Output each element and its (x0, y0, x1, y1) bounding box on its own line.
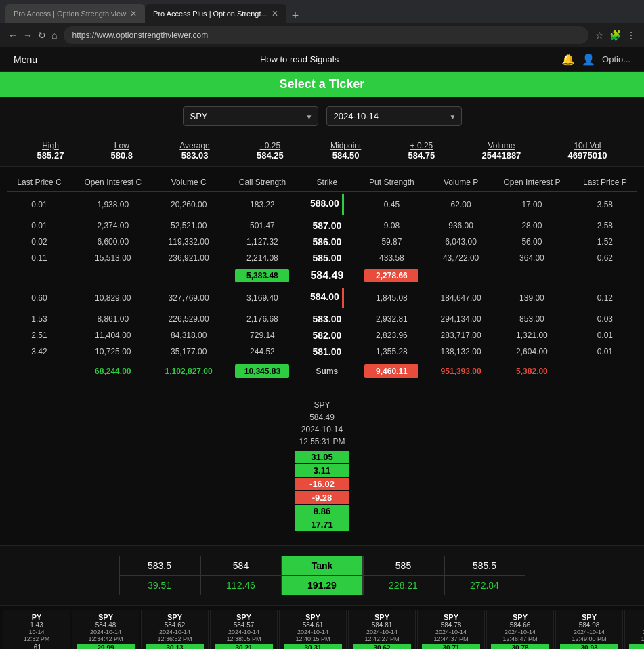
menu-button[interactable]: Menu (14, 54, 37, 65)
tank-header-cell: 584 (200, 556, 282, 576)
card-price: 584.78 (422, 621, 480, 629)
vp-cell: 43,722.00 (431, 250, 491, 266)
oic-cell: 8,861.00 (72, 311, 154, 327)
stat-high-value: 585.27 (37, 150, 64, 161)
ticker-card[interactable]: SPY 584.98 2024-10-14 12:49:00 PM 30.933… (555, 610, 623, 649)
person-icon[interactable]: 👤 (582, 53, 595, 66)
tank-header-cell: 585 (363, 556, 444, 576)
strike-value: 582.00 (312, 330, 341, 341)
ps-cell: 1,355.28 (353, 343, 431, 360)
how-to-button[interactable]: How to read Signals (260, 54, 339, 64)
card-time: 12:44:37 PM (422, 635, 480, 642)
lpp-cell: 0.62 (573, 250, 637, 266)
ticker-card[interactable]: PY 1.43 10-14 12:32 PM .61986.66.11 (3, 610, 70, 649)
tab-1[interactable]: Pro Access | Option Strength view ✕ (5, 4, 145, 23)
new-tab-button[interactable]: + (292, 9, 299, 23)
red-bar-indicator (342, 288, 344, 308)
sums-oic: 68,244.00 (72, 360, 154, 381)
tab-1-close[interactable]: ✕ (130, 9, 137, 18)
controls-row: SPY 2024-10-14 (0, 97, 644, 135)
ticker-card[interactable]: SPY 584.81 2024-10-14 12:42:27 PM 30.623… (348, 610, 416, 649)
tank-header-row: 583.5584Tank585585.5 (119, 556, 525, 576)
cs-highlight: 5,383.48 (235, 269, 289, 282)
card-price: 584.57 (215, 621, 273, 629)
tank-value-cell: 228.21 (363, 576, 444, 595)
ticker-cards-section: PY 1.43 10-14 12:32 PM .61986.66.11 SPY … (0, 605, 644, 649)
vp-cell: 184,647.00 (431, 285, 491, 311)
signal-ticker: SPY (295, 399, 349, 411)
bell-icon[interactable]: 🔔 (561, 53, 575, 66)
ticker-card[interactable]: SPY 584.57 2024-10-14 12:38:05 PM 30.213… (210, 610, 278, 649)
ticker-card[interactable]: SPY 584.48 2024-10-14 12:34:42 PM 29.993… (72, 610, 139, 649)
sums-label (7, 360, 72, 381)
cs-cell: 2,214.08 (223, 250, 301, 266)
address-field[interactable]: https://www.optionstrengthviewer.com (64, 26, 588, 44)
sums-cs: 10,345.83 (223, 360, 301, 381)
strike-value: 586.00 (312, 236, 341, 247)
card-val: 28.26 (629, 644, 644, 649)
vc-cell: 226,529.00 (154, 311, 223, 327)
tab-2[interactable]: Pro Access Plus | Option Strengt... ✕ (145, 4, 286, 23)
th-last-price-c: Last Price C (7, 173, 72, 192)
ps-cell: 9.08 (353, 217, 431, 234)
card-vals: 30.713.61-15.91-9.189.24 (422, 644, 480, 649)
ticker-select[interactable]: SPY (183, 106, 318, 126)
card-val: 30.93 (560, 644, 618, 649)
card-ticker-label: SPY (422, 613, 480, 621)
lpp-cell: 1.52 (573, 234, 637, 250)
stat-volume: Volume 25441887 (482, 141, 521, 161)
stat-volume-value: 25441887 (482, 150, 521, 161)
back-icon[interactable]: ← (8, 30, 18, 41)
oip-cell (491, 266, 573, 285)
vp-cell (431, 266, 491, 285)
ticker-card[interactable]: SPY 584.61 2024-10-14 12:40:15 PM 30.313… (279, 610, 347, 649)
vc-cell: 52,521.00 (154, 217, 223, 234)
vc-cell (154, 266, 223, 285)
card-price: 584.81 (353, 621, 411, 629)
options-table: Last Price C Open Interest C Volume C Ca… (7, 173, 637, 381)
card-date: 2024-10-14 (146, 629, 204, 635)
ticker-card[interactable]: SPY 584.78 2024-10-14 12:44:37 PM 30.713… (417, 610, 485, 649)
tab-1-label: Pro Access | Option Strength view (14, 9, 126, 18)
oip-cell: 56.00 (491, 234, 573, 250)
ticker-card[interactable]: SPY 584.66 2024-10-14 12:46:47 PM 30.783… (486, 610, 554, 649)
signal-section: SPY 584.49 2024-10-14 12:55:31 PM 31.053… (0, 388, 644, 545)
url-text: https://www.optionstrengthviewer.com (72, 30, 208, 40)
card-ticker-label: SPY (77, 613, 135, 621)
card-vals: 30.933.38-16-9.249.08 (560, 644, 618, 649)
select-ticker-bar[interactable]: Select a Ticker (0, 72, 644, 97)
lpp-cell (573, 266, 637, 285)
oic-cell: 15,513.00 (72, 250, 154, 266)
ticker-card[interactable]: SPY 584.62 2024-10-14 12:36:52 PM 30.133… (141, 610, 209, 649)
star-icon[interactable]: ☆ (595, 30, 604, 41)
oip-cell: 853.00 (491, 311, 573, 327)
vc-cell: 119,332.00 (154, 234, 223, 250)
table-row: 0.01 2,374.00 52,521.00 501.47 587.00 9.… (7, 217, 637, 234)
card-vals: .61986.66.11 (7, 644, 66, 649)
card-date: 2024-10-14 (491, 629, 549, 635)
forward-icon[interactable]: → (23, 30, 33, 41)
th-strike: Strike (301, 173, 353, 192)
extensions-icon[interactable]: 🧩 (609, 30, 621, 41)
date-select[interactable]: 2024-10-14 (326, 106, 462, 126)
oic-cell: 6,600.00 (72, 234, 154, 250)
stat-average-label: Average (179, 141, 209, 150)
tank-header-cell: 583.5 (119, 556, 200, 576)
ticker-card[interactable]: SPY 585.03 2024-10-14 12:50:04 PM 28.261… (624, 610, 644, 649)
cs-cell: 729.14 (223, 327, 301, 343)
stat-high-label: High (37, 141, 64, 150)
card-time: 12:40:15 PM (284, 635, 342, 642)
stat-low: Low 580.8 (111, 141, 133, 161)
menu-dots-icon[interactable]: ⋮ (626, 30, 636, 41)
card-val: 29.99 (77, 644, 135, 649)
reload-icon[interactable]: ↻ (38, 30, 46, 41)
tab-2-close[interactable]: ✕ (272, 9, 278, 18)
lpc-cell: 0.01 (7, 192, 72, 218)
stat-low-value: 580.8 (111, 150, 133, 161)
oip-cell: 139.00 (491, 285, 573, 311)
vc-cell: 35,177.00 (154, 343, 223, 360)
home-icon[interactable]: ⌂ (51, 30, 57, 41)
th-volume-p: Volume P (431, 173, 491, 192)
ps-cell: 2,278.66 (353, 266, 431, 285)
table-row: 5,383.48 584.49 2,278.66 (7, 266, 637, 285)
